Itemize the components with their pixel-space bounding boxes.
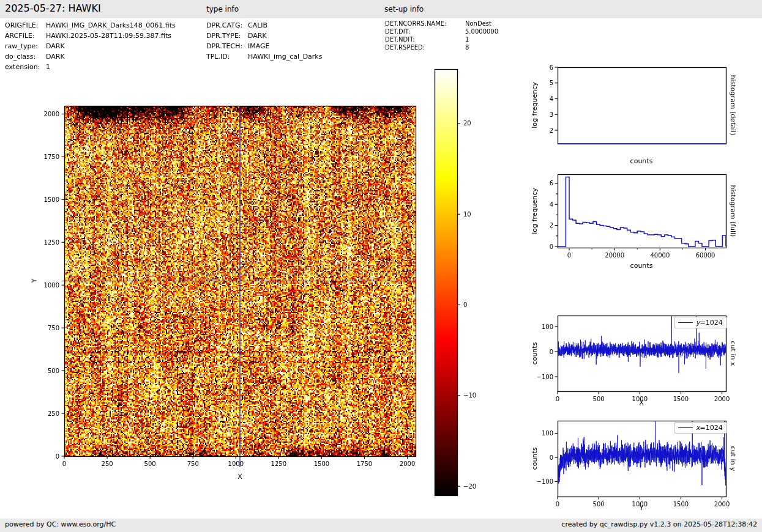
legend-label: y=1024 (696, 319, 723, 327)
main-yaxis-label: Y (31, 279, 39, 283)
field-value: 1 (465, 36, 469, 43)
legend-line-sample (678, 322, 693, 323)
field-label: DET.NCORRS.NAME: (385, 20, 447, 27)
cut-y-legend: x=1024 (674, 422, 727, 434)
field-value: DARK (248, 32, 267, 40)
type-info-header: type info (206, 5, 239, 13)
field-label: ARCFILE: (5, 32, 35, 40)
cut-x-ylabel: counts (531, 342, 539, 365)
hist-detail-side-label: histogram (detail) (729, 75, 737, 136)
field-label: DPR.TECH: (206, 42, 242, 50)
field-value: DARK (46, 53, 65, 61)
field-value: IMAGE (248, 42, 270, 50)
main-xaxis-label: X (237, 473, 242, 481)
field-value: 5.0000000 (465, 28, 498, 35)
cut-y-side-label: cut in y (729, 446, 737, 471)
field-value: DARK (46, 42, 65, 50)
field-value: 8 (465, 44, 469, 51)
qc-report-page: 2025-05-27: HAWKI type info set-up info … (0, 0, 762, 532)
field-value: HAWKI_img_cal_Darks (248, 53, 322, 61)
footer-right: created by qc_rawdisp.py v1.2.3 on 2025-… (561, 520, 757, 528)
field-value: HAWKI.2025-05-28T11:09:59.387.fits (46, 32, 171, 40)
cut-x-side-label: cut in x (729, 341, 737, 366)
field-label: do_class: (5, 53, 35, 61)
footer-left: powered by QC: www.eso.org/HC (5, 520, 116, 528)
field-label: DPR.TYPE: (206, 32, 241, 40)
field-value: 1 (46, 63, 50, 71)
page-title: 2025-05-27: HAWKI (5, 2, 101, 14)
field-value: CALIB (248, 21, 267, 29)
hist-full-xlabel: counts (630, 262, 653, 270)
footer-bar: powered by QC: www.eso.org/HC created by… (0, 519, 762, 532)
field-label: DET.NDIT: (385, 36, 415, 43)
field-label: ORIGFILE: (5, 21, 38, 29)
field-label: DPR.CATG: (206, 21, 242, 29)
hist-full-ylabel: log frequency (531, 188, 539, 234)
legend-label: x=1024 (696, 424, 723, 432)
field-value: HAWKI_IMG_DARK_Darks148_0061.fits (46, 21, 176, 29)
field-value: NonDest (465, 20, 491, 27)
hist-detail-ylabel: log frequency (531, 82, 539, 128)
cut-x-legend: y=1024 (674, 317, 727, 328)
hist-detail-xlabel: counts (630, 157, 653, 165)
field-label: extension: (5, 63, 40, 71)
field-label: DET.DIT: (385, 28, 410, 35)
field-label: DET.RSPEED: (385, 44, 425, 51)
cut-y-ylabel: counts (531, 448, 539, 470)
field-label: raw_type: (5, 42, 38, 50)
header-bar (0, 0, 762, 18)
cut-x-xlabel: X (639, 399, 644, 407)
hist-full-side-label: histogram (full) (729, 185, 737, 237)
field-label: TPL.ID: (206, 53, 230, 61)
setup-info-header: set-up info (384, 5, 424, 13)
cut-y-xlabel: Y (640, 504, 644, 512)
legend-line-sample (678, 427, 693, 428)
